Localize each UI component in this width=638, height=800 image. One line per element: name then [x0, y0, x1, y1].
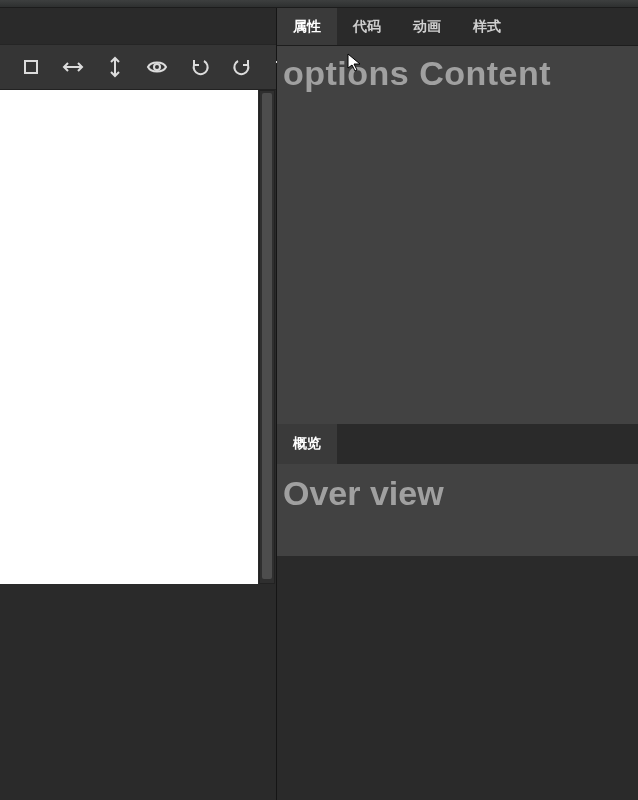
canvas-scrollbar-thumb[interactable] [262, 93, 272, 579]
title-bar-edge [0, 0, 638, 8]
resize-vertical-tool[interactable] [106, 54, 124, 80]
undo-tool[interactable] [190, 54, 210, 80]
svg-rect-0 [25, 61, 37, 73]
undo-icon [190, 57, 210, 77]
overview-panel: Over view [277, 464, 638, 556]
app-root: 属性 代码 动画 样式 options Content 概览 Over view [0, 0, 638, 800]
right-column: 属性 代码 动画 样式 options Content 概览 Over view [277, 8, 638, 800]
inspector-tabs: 属性 代码 动画 样式 [277, 8, 638, 46]
right-column-fill [277, 556, 638, 800]
canvas-scrollbar[interactable] [259, 90, 275, 584]
arrows-horizontal-icon [62, 58, 84, 76]
canvas-below-fill [0, 584, 276, 800]
canvas-area [0, 90, 276, 800]
square-icon [22, 58, 40, 76]
options-panel-title: options Content [283, 54, 632, 93]
options-panel: options Content [277, 46, 638, 424]
svg-point-3 [154, 64, 160, 70]
overview-tabs: 概览 [277, 424, 638, 464]
eye-icon [146, 58, 168, 76]
arrows-vertical-icon [106, 56, 124, 78]
overview-panel-title: Over view [283, 474, 632, 513]
tab-code[interactable]: 代码 [337, 8, 397, 45]
tab-overview[interactable]: 概览 [277, 424, 337, 464]
visibility-tool[interactable] [146, 54, 168, 80]
select-tool[interactable] [22, 54, 40, 80]
app-body: 属性 代码 动画 样式 options Content 概览 Over view [0, 8, 638, 800]
canvas[interactable] [0, 90, 258, 584]
redo-icon [232, 57, 252, 77]
tab-style[interactable]: 样式 [457, 8, 517, 45]
redo-tool[interactable] [232, 54, 252, 80]
tab-properties[interactable]: 属性 [277, 8, 337, 45]
left-column-gap [0, 8, 276, 44]
left-column [0, 8, 277, 800]
canvas-toolbar [0, 44, 276, 90]
resize-horizontal-tool[interactable] [62, 54, 84, 80]
tab-animation[interactable]: 动画 [397, 8, 457, 45]
